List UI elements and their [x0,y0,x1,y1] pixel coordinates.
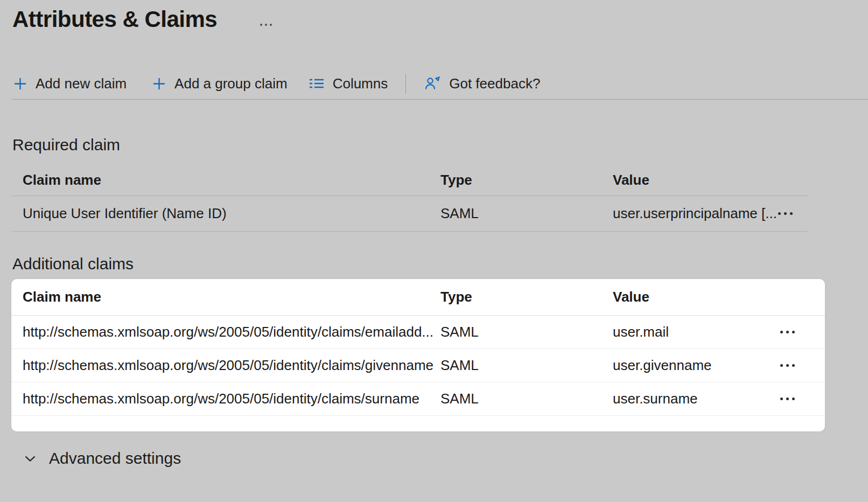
add-group-claim-button[interactable]: Add a group claim [152,75,288,92]
person-feedback-icon [424,75,441,92]
columns-icon [309,76,325,90]
ellipsis-icon [260,24,262,26]
additional-claims-table: Claim name Type Value http://schemas.xml… [11,279,825,431]
cell-type: SAML [440,391,613,407]
column-header-value: Value [613,172,808,189]
ellipsis-icon [790,212,793,215]
table-header: Claim name Type Value [11,279,825,316]
cell-claim-name: http://schemas.xmlsoap.org/ws/2005/05/id… [23,391,440,407]
row-menu-button[interactable] [779,326,796,338]
ellipsis-icon [792,398,795,400]
cell-value: user.surname [613,391,779,407]
table-row[interactable]: http://schemas.xmlsoap.org/ws/2005/05/id… [11,316,825,349]
ellipsis-icon [786,398,789,400]
ellipsis-icon [778,212,781,215]
advanced-settings-label: Advanced settings [49,449,181,468]
cell-value: user.givenname [613,357,779,374]
cell-claim-name: http://schemas.xmlsoap.org/ws/2005/05/id… [23,324,440,340]
cell-value: user.userprincipalname [... [613,205,777,222]
toolbar-separator [405,74,406,93]
cell-claim-name: Unique User Identifier (Name ID) [23,205,440,222]
ellipsis-icon [265,24,267,26]
table-header: Claim name Type Value [11,165,808,196]
cell-value: user.mail [613,324,779,340]
cell-claim-name: http://schemas.xmlsoap.org/ws/2005/05/id… [23,357,440,374]
got-feedback-button[interactable]: Got feedback? [424,75,540,92]
table-row[interactable]: http://schemas.xmlsoap.org/ws/2005/05/id… [11,349,825,382]
cell-type: SAML [440,357,613,374]
add-new-claim-label: Add new claim [36,75,127,92]
section-title-required-claim: Required claim [12,136,120,154]
ellipsis-icon [270,24,272,26]
ellipsis-icon [784,212,787,215]
add-group-claim-label: Add a group claim [174,75,288,92]
section-title-additional-claims: Additional claims [12,255,134,273]
columns-label: Columns [333,75,388,92]
ellipsis-icon [792,364,795,367]
column-header-claim-name: Claim name [23,289,440,305]
ellipsis-icon [786,331,789,333]
page-title: Attributes & Claims [12,6,217,32]
row-menu-button[interactable] [779,360,796,371]
got-feedback-label: Got feedback? [449,75,540,92]
column-header-type: Type [440,172,613,189]
ellipsis-icon [780,398,783,400]
columns-button[interactable]: Columns [309,75,388,92]
cell-type: SAML [440,324,613,340]
table-row[interactable]: Unique User Identifier (Name ID) SAML us… [11,196,808,232]
title-menu-button[interactable] [260,24,272,26]
column-header-type: Type [440,289,613,305]
plus-icon [13,76,27,91]
cell-type: SAML [440,205,613,222]
column-header-value: Value [613,289,825,305]
ellipsis-icon [786,364,789,367]
row-menu-button[interactable] [777,208,794,219]
add-new-claim-button[interactable]: Add new claim [13,75,127,92]
toolbar-divider [11,99,868,100]
table-row[interactable]: http://schemas.xmlsoap.org/ws/2005/05/id… [11,382,825,416]
column-header-claim-name: Claim name [23,172,440,189]
ellipsis-icon [792,331,795,333]
plus-icon [152,76,166,91]
row-menu-button[interactable] [779,393,796,405]
ellipsis-icon [780,331,783,333]
ellipsis-icon [780,364,783,367]
chevron-down-icon [23,451,38,466]
advanced-settings-toggle[interactable]: Advanced settings [23,448,181,469]
required-claims-table: Claim name Type Value Unique User Identi… [11,165,808,232]
command-bar: Add new claim Add a group claim Columns [13,71,868,96]
